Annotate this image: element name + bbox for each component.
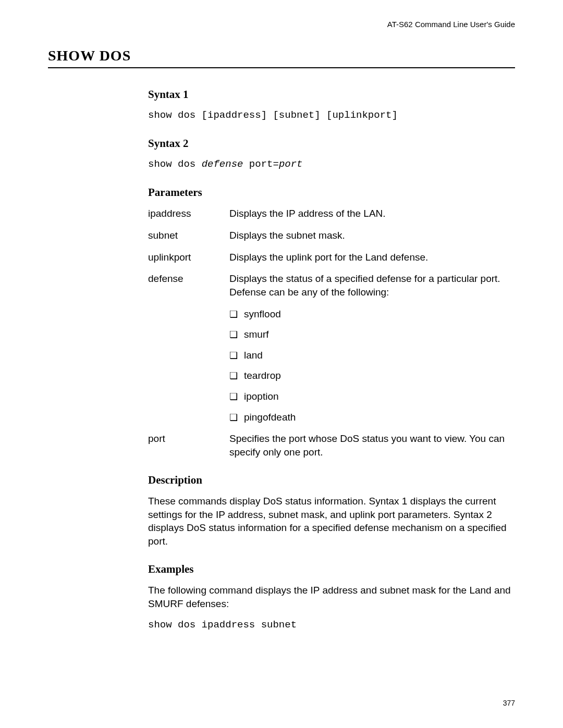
list-item: ❏ land [229,349,515,362]
defense-option-label: teardrop [244,369,281,382]
param-row-uplinkport: uplinkport Displays the uplink port for … [148,251,515,264]
syntax2-defense: defense [202,158,243,170]
syntax2-port: port [279,158,303,170]
syntax2-prefix: show dos [148,158,202,170]
syntax1-line: show dos [ipaddress] [subnet] [uplinkpor… [148,109,515,122]
defense-option-list: ❏ synflood ❏ smurf ❏ land ❏ teardrop ❏ i… [229,307,515,424]
list-item: ❏ synflood [229,307,515,321]
bullet-icon: ❏ [229,369,244,382]
list-item: ❏ ipoption [229,390,515,403]
param-row-ipaddress: ipaddress Displays the IP address of the… [148,207,515,220]
parameters-heading: Parameters [148,185,515,200]
param-desc: Displays the subnet mask. [229,229,515,242]
examples-heading: Examples [148,562,515,576]
param-desc: Specifies the port whose DoS status you … [229,432,515,459]
examples-command: show dos ipaddress subnet [148,619,515,632]
param-term: uplinkport [148,251,229,264]
param-row-port: port Specifies the port whose DoS status… [148,432,515,459]
param-term: port [148,432,229,459]
param-term: subnet [148,229,229,242]
defense-option-label: synflood [244,307,281,321]
param-term: ipaddress [148,207,229,220]
page-title: SHOW DOS [48,47,515,68]
syntax1-heading: Syntax 1 [148,87,515,102]
param-desc: Displays the uplink port for the Land de… [229,251,515,264]
syntax2-line: show dos defense port=port [148,158,515,171]
bullet-icon: ❏ [229,308,244,320]
bullet-icon: ❏ [229,328,244,341]
param-desc: Displays the IP address of the LAN. [229,207,515,220]
bullet-icon: ❏ [229,390,244,403]
description-text: These commands display DoS status inform… [148,495,515,548]
param-row-defense: defense Displays the status of a specifi… [148,272,515,299]
defense-option-label: land [244,349,263,362]
syntax2-heading: Syntax 2 [148,136,515,151]
param-term: defense [148,272,229,299]
bullet-icon: ❏ [229,349,244,362]
bullet-icon: ❏ [229,411,244,424]
list-item: ❏ teardrop [229,369,515,382]
page-number: 377 [503,699,515,707]
defense-option-label: ipoption [244,390,279,403]
syntax2-middle: port= [243,158,278,170]
param-desc: Displays the status of a specified defen… [229,272,515,299]
list-item: ❏ smurf [229,328,515,341]
defense-option-label: smurf [244,328,269,341]
header-guide-title: AT-S62 Command Line User's Guide [48,20,515,29]
content-body: Syntax 1 show dos [ipaddress] [subnet] [… [148,87,515,632]
list-item: ❏ pingofdeath [229,411,515,424]
param-row-subnet: subnet Displays the subnet mask. [148,229,515,242]
defense-option-label: pingofdeath [244,411,296,424]
description-heading: Description [148,473,515,487]
examples-intro: The following command displays the IP ad… [148,584,515,610]
